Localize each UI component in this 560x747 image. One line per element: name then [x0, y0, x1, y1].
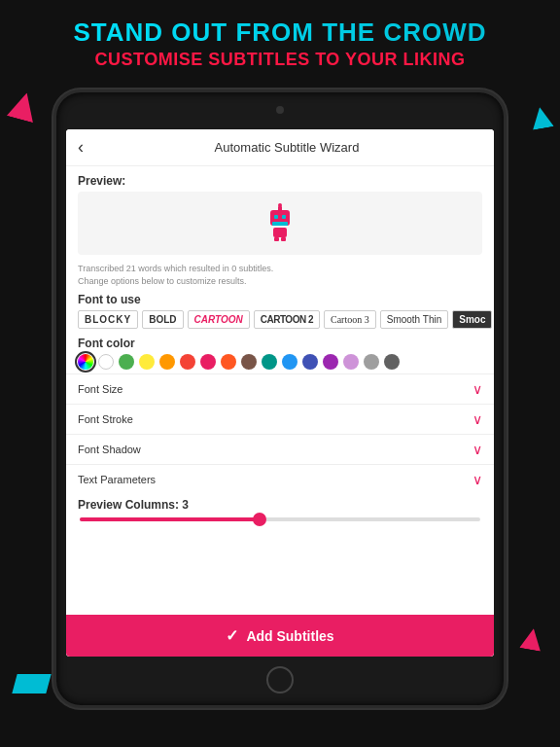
back-button[interactable]: ‹: [78, 137, 84, 158]
color-swatch-lavender[interactable]: [343, 354, 359, 370]
font-btn-cartoon3[interactable]: Cartoon 3: [324, 310, 376, 329]
accordion-container: Font Size ∨ Font Stroke ∨ Font Shadow ∨ …: [66, 374, 494, 494]
header-subtitle: CUSTOMISE SUBTITLES TO YOUR LIKING: [0, 50, 560, 70]
tablet-camera: [276, 106, 284, 114]
font-btn-bold[interactable]: BOLD: [142, 310, 183, 329]
accordion-font-size[interactable]: Font Size ∨: [66, 374, 494, 404]
preview-label: Preview:: [78, 174, 482, 188]
preview-columns-section: Preview Columns: 3: [66, 494, 494, 523]
accordion-font-shadow-label: Font Shadow: [78, 444, 141, 455]
slider-track: [80, 517, 480, 521]
font-btn-smoc[interactable]: Smoc: [452, 310, 492, 329]
svg-point-4: [278, 203, 282, 207]
svg-rect-1: [274, 215, 278, 219]
robot-icon: [261, 202, 299, 245]
svg-rect-2: [282, 215, 286, 219]
add-subtitles-button[interactable]: ✓ Add Subtitles: [66, 615, 494, 657]
accordion-font-shadow-chevron: ∨: [472, 442, 482, 457]
add-subtitles-label: Add Subtitles: [246, 628, 333, 644]
accordion-font-stroke-label: Font Stroke: [78, 413, 133, 425]
accordion-font-size-chevron: ∨: [472, 381, 482, 397]
info-text: Transcribed 21 words which resulted in 0…: [66, 259, 494, 289]
header-area: STAND OUT FROM THE CROWD CUSTOMISE SUBTI…: [0, 18, 560, 70]
color-swatch-teal[interactable]: [262, 354, 277, 370]
color-swatch-blue[interactable]: [282, 354, 298, 370]
accordion-font-stroke-chevron: ∨: [472, 411, 482, 427]
info-line1: Transcribed 21 words which resulted in 0…: [78, 263, 482, 275]
color-swatch-indigo[interactable]: [302, 354, 318, 370]
color-swatch-white[interactable]: [98, 354, 114, 370]
slider-thumb[interactable]: [253, 513, 266, 526]
screen-content: ‹ Automatic Subtitle Wizard Preview:: [66, 129, 494, 657]
color-swatch-orange[interactable]: [159, 354, 175, 370]
color-swatch-custom[interactable]: [78, 354, 93, 370]
accordion-text-parameters[interactable]: Text Parameters ∨: [66, 464, 494, 494]
nav-title: Automatic Subtitle Wizard: [91, 140, 482, 155]
tablet-screen: ‹ Automatic Subtitle Wizard Preview:: [66, 129, 494, 657]
accordion-font-shadow[interactable]: Font Shadow ∨: [66, 434, 494, 464]
color-swatch-red[interactable]: [180, 354, 195, 370]
color-swatch-yellow[interactable]: [139, 354, 155, 370]
accordion-text-parameters-label: Text Parameters: [78, 474, 156, 485]
accordion-text-parameters-chevron: ∨: [472, 472, 482, 487]
preview-box: [78, 192, 482, 255]
color-swatch-purple[interactable]: [323, 354, 338, 370]
tablet-frame: ‹ Automatic Subtitle Wizard Preview:: [53, 89, 507, 708]
color-swatch-darkgray[interactable]: [384, 354, 400, 370]
font-btn-cartoon[interactable]: CARTOON: [188, 310, 250, 329]
svg-rect-5: [272, 222, 288, 226]
nav-bar: ‹ Automatic Subtitle Wizard: [66, 129, 494, 166]
svg-rect-6: [273, 228, 287, 237]
preview-area: Preview:: [66, 166, 494, 259]
decor-triangle-topright: [529, 105, 553, 129]
color-swatch-deeporange[interactable]: [221, 354, 236, 370]
font-buttons: BLOCKY BOLD CARTOON CARTOON 2 Cartoon 3 …: [66, 308, 494, 333]
color-swatch-gray[interactable]: [364, 354, 379, 370]
font-section-label: Font to use: [66, 289, 494, 308]
preview-columns-label: Preview Columns: 3: [78, 498, 482, 512]
color-swatch-pink[interactable]: [200, 354, 216, 370]
color-swatches: [66, 352, 494, 374]
accordion-font-stroke[interactable]: Font Stroke ∨: [66, 404, 494, 434]
accordion-font-size-label: Font Size: [78, 383, 122, 395]
color-swatch-brown[interactable]: [241, 354, 257, 370]
slider-fill: [80, 517, 260, 521]
color-swatch-green[interactable]: [119, 354, 134, 370]
svg-rect-7: [274, 237, 279, 241]
decor-triangle-bottomright: [519, 626, 543, 651]
font-btn-blocky[interactable]: BLOCKY: [78, 310, 138, 329]
header-title: STAND OUT FROM THE CROWD: [0, 18, 560, 48]
svg-rect-8: [281, 237, 286, 241]
color-section-label: Font color: [66, 333, 494, 352]
info-line2: Change options below to customize result…: [78, 275, 482, 288]
font-btn-cartoon2[interactable]: CARTOON 2: [254, 310, 320, 329]
decor-triangle-topleft: [7, 89, 40, 123]
checkmark-icon: ✓: [226, 626, 238, 645]
font-btn-smooth-thin[interactable]: Smooth Thin: [380, 310, 449, 329]
decor-shape-bottomleft: [12, 674, 51, 694]
tablet-home-button[interactable]: [266, 666, 294, 694]
slider-container: [78, 517, 482, 521]
